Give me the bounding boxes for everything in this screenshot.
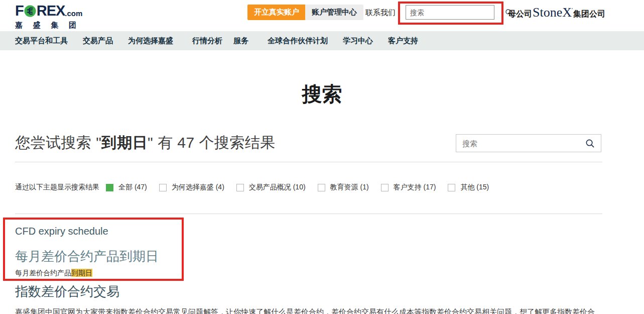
checkbox-checked-icon[interactable] (106, 184, 113, 191)
forex-o-icon (24, 5, 36, 17)
filter-option-label: 教育资源 (1) (330, 183, 369, 192)
stonex-logo: StoneX' (533, 6, 573, 19)
logo-subtitle-char: 嘉 (15, 21, 23, 30)
filter-option-other[interactable]: 其他 (15) (448, 183, 489, 192)
logo-letter-f: F (15, 3, 24, 19)
nav-item-partners[interactable]: 全球合作伙伴计划 (268, 36, 328, 46)
stonex-trademark: ' (572, 7, 573, 13)
nav-item-trading-products[interactable]: 交易产品 (83, 36, 113, 46)
nav-item-customer-support[interactable]: 客户支持 (388, 36, 418, 46)
search-query-term: 到期日 (101, 134, 148, 151)
highlighted-term: 到期日 (71, 269, 92, 277)
search-result-item: CFD expiry schedule 每月差价合约产品到期日 每月差价合约产品… (15, 226, 159, 278)
filter-option-label: 客户支持 (17) (394, 183, 436, 192)
contact-us-link[interactable]: 联系我们 (365, 8, 396, 18)
parent-company-prefix: 母公司 (508, 9, 532, 20)
divider (15, 162, 602, 162)
nav-item-services[interactable]: 服务 (233, 36, 248, 46)
divider (15, 214, 602, 214)
result-snippet: 嘉盛集团中国官网为大家带来指数差价合约交易常见问题解答，让你快速了解什么是差价合… (15, 305, 601, 314)
logo-subtitle-char: 团 (69, 21, 76, 30)
checkbox-icon[interactable] (381, 184, 389, 191)
filter-option-all[interactable]: 全部 (47) (106, 183, 147, 192)
result-snippet: 每月差价合约产品到期日 (15, 269, 159, 278)
parent-company-stonex[interactable]: 母公司 StoneX' 集团公司 (508, 6, 605, 20)
checkbox-icon[interactable] (236, 184, 244, 191)
filter-option-label: 全部 (47) (118, 183, 147, 192)
nav-item-market-analysis[interactable]: 行情分析 (192, 36, 222, 46)
results-summary-heading: 您尝试搜索 "到期日" 有 47 个搜索结果 (15, 133, 276, 153)
filter-option-education[interactable]: 教育资源 (1) (318, 183, 369, 192)
results-search-box (456, 134, 601, 152)
checkbox-icon[interactable] (159, 184, 167, 191)
result-category-link[interactable]: CFD expiry schedule (15, 226, 108, 237)
filter-option-label: 交易产品概况 (10) (249, 183, 306, 192)
open-live-account-button[interactable]: 开立真实账户 (247, 5, 306, 20)
result-title-link[interactable]: 每月差价合约产品到期日 (15, 248, 159, 265)
account-management-button[interactable]: 账户管理中心 (305, 5, 363, 20)
forex-logo-wordmark: F REX .com (15, 3, 82, 19)
topic-filter-row: 通过以下主题显示搜索结果 全部 (47) 为何选择嘉盛 (4) 交易产品概况 (… (15, 183, 501, 192)
forex-logo[interactable]: F REX .com 嘉 盛 集 团 (15, 3, 82, 30)
filter-option-why-us[interactable]: 为何选择嘉盛 (4) (159, 183, 224, 192)
logo-subtitle-char: 集 (51, 21, 58, 30)
results-search-input[interactable] (456, 139, 585, 148)
logo-subtitle-char: 盛 (33, 21, 41, 30)
logo-letters-rex: REX (37, 3, 65, 19)
nav-item-learning-center[interactable]: 学习中心 (343, 36, 373, 46)
site-header: F REX .com 嘉 盛 集 团 开立真实账户 账户管理中心 联系我们 母公… (0, 0, 644, 31)
header-search-input[interactable] (406, 9, 505, 17)
parent-company-suffix: 集团公司 (573, 9, 605, 20)
search-result-item: 指数差价合约交易 嘉盛集团中国官网为大家带来指数差价合约交易常见问题解答，让你快… (15, 283, 601, 314)
nav-item-trading-platforms[interactable]: 交易平台和工具 (15, 36, 68, 46)
result-title-link[interactable]: 指数差价合约交易 (15, 283, 119, 300)
page-title: 搜索 (0, 80, 644, 108)
search-icon[interactable] (585, 139, 595, 148)
logo-dot-com: .com (65, 9, 82, 19)
checkbox-icon[interactable] (448, 184, 455, 191)
filter-option-label: 为何选择嘉盛 (4) (172, 183, 224, 192)
checkbox-icon[interactable] (318, 184, 325, 191)
main-navigation: 交易平台和工具 交易产品 为何选择嘉盛 行情分析 服务 全球合作伙伴计划 学习中… (0, 31, 644, 50)
filter-option-label: 其他 (15) (460, 183, 489, 192)
filter-option-products[interactable]: 交易产品概况 (10) (236, 183, 306, 192)
filter-option-support[interactable]: 客户支持 (17) (381, 183, 436, 192)
header-search-box (406, 5, 494, 20)
logo-subtitle-jiasheng: 嘉 盛 集 团 (15, 21, 76, 30)
nav-item-why-us[interactable]: 为何选择嘉盛 (128, 36, 173, 46)
filter-row-label: 通过以下主题显示搜索结果 (15, 183, 99, 192)
